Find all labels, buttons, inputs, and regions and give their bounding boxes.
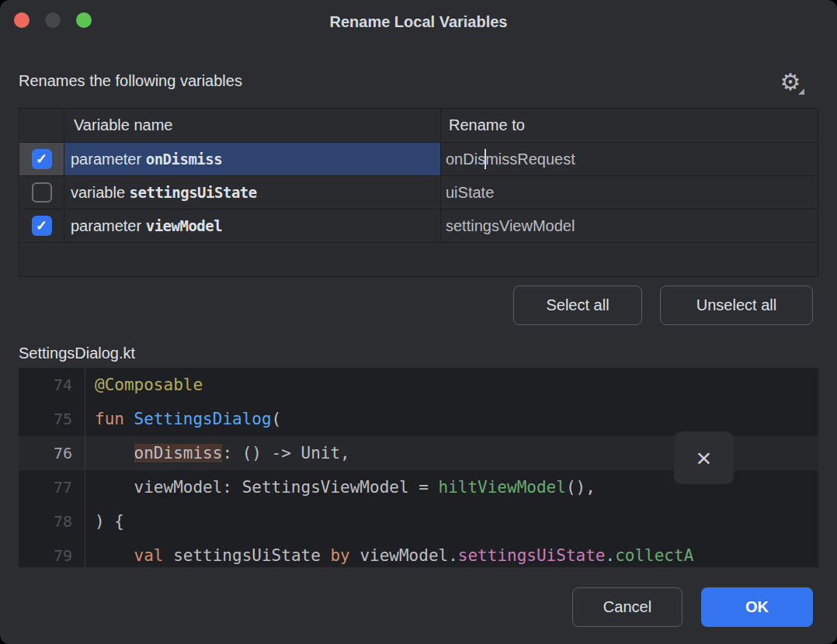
table-header-variable-name: Variable name	[64, 109, 441, 143]
checkbox-cell: ✓	[19, 143, 64, 176]
variable-name-label: settingsUiState	[130, 184, 257, 201]
line-number: 78	[19, 504, 85, 538]
minimize-window-button	[45, 12, 61, 28]
variables-table: Variable name Rename to ✓parameter onDis…	[19, 108, 818, 277]
code-token: onDismiss	[134, 444, 223, 462]
code-token: collectA	[615, 546, 693, 565]
settings-gear-button[interactable]: ⚙	[775, 67, 806, 98]
section-label: Renames the following variables	[19, 72, 242, 90]
line-number: 75	[19, 402, 85, 436]
rename-value-before-caret: onDis	[446, 151, 485, 168]
rename-value-after-caret: missRequest	[485, 151, 575, 168]
rename-to-cell[interactable]: settingsViewModel	[441, 209, 818, 243]
variable-kind-label: parameter	[71, 151, 146, 168]
code-token: SettingsDialog	[134, 410, 272, 428]
title-bar: Rename Local Variables	[0, 0, 837, 43]
table-row[interactable]: ✓parameter onDismissonDismissRequest	[19, 143, 818, 176]
code-token: ) {	[95, 512, 124, 531]
code-text: @Composable	[85, 368, 818, 402]
code-token: (),	[566, 478, 596, 497]
variable-name-cell[interactable]: parameter viewModel	[64, 209, 441, 243]
select-all-button[interactable]: Select all	[513, 286, 642, 325]
rename-to-editor-cell[interactable]: onDismissRequest	[441, 143, 818, 176]
code-token: fun	[95, 410, 124, 428]
table-row[interactable]: ✓parameter viewModelsettingsViewModel	[19, 209, 818, 243]
cancel-button[interactable]: Cancel	[572, 587, 682, 627]
variable-kind-label: variable	[71, 184, 130, 202]
rename-to-cell[interactable]: uiState	[441, 176, 818, 209]
checkbox-cell: ✓	[19, 209, 64, 243]
code-token	[124, 410, 134, 428]
table-row[interactable]: variable settingsUiStateuiState	[19, 176, 818, 209]
code-token: .	[605, 546, 615, 565]
unselect-all-button[interactable]: Unselect all	[660, 286, 813, 325]
code-line: 79 val settingsUiState by viewModel.sett…	[19, 538, 818, 567]
code-token: settingsUiState	[164, 546, 331, 565]
close-window-button[interactable]	[14, 12, 30, 28]
code-text: val settingsUiState by viewModel.setting…	[85, 538, 818, 567]
code-token	[95, 444, 134, 462]
variable-name-label: onDismiss	[146, 151, 222, 168]
code-token: viewModel: SettingsViewModel =	[95, 478, 439, 497]
unchecked-checkbox[interactable]	[32, 182, 52, 203]
preview-file-label: SettingsDialog.kt	[19, 345, 135, 362]
variable-name-cell[interactable]: variable settingsUiState	[64, 176, 441, 209]
code-line: 74@Composable	[19, 368, 818, 402]
gear-dropdown-icon	[798, 88, 804, 95]
code-token: hiltViewModel	[439, 478, 566, 497]
table-header-rename-to: Rename to	[441, 109, 818, 143]
checked-checkbox[interactable]: ✓	[32, 216, 52, 236]
code-token: @Composable	[95, 376, 203, 394]
variable-kind-label: parameter	[71, 217, 146, 235]
preview-close-button[interactable]: ×	[674, 431, 734, 484]
code-token: : () -> Unit,	[222, 444, 349, 462]
close-icon: ×	[696, 445, 712, 471]
variable-name-label: viewModel	[146, 217, 222, 234]
code-token: val	[134, 546, 164, 565]
code-line: 78) {	[19, 504, 818, 538]
code-token: viewModel.	[350, 546, 458, 565]
code-token: by	[330, 546, 349, 565]
code-token	[95, 546, 134, 565]
window-title: Rename Local Variables	[329, 13, 507, 31]
table-header-row: Variable name Rename to	[19, 109, 818, 143]
variable-name-cell[interactable]: parameter onDismiss	[64, 143, 441, 176]
table-header-checkbox-column	[19, 109, 64, 143]
code-token: (	[272, 410, 282, 428]
zoom-window-button[interactable]	[76, 12, 92, 28]
rename-dialog-window: Rename Local Variables Renames the follo…	[0, 0, 837, 644]
code-text: ) {	[85, 504, 818, 538]
checkbox-cell	[19, 176, 64, 209]
code-token: settingsUiState	[458, 546, 606, 565]
line-number: 76	[19, 436, 85, 470]
ok-button[interactable]: OK	[701, 587, 813, 627]
line-number: 77	[19, 470, 85, 504]
traffic-lights	[14, 12, 92, 28]
line-number: 74	[19, 368, 85, 402]
checked-checkbox[interactable]: ✓	[32, 149, 52, 169]
line-number: 79	[19, 538, 85, 567]
